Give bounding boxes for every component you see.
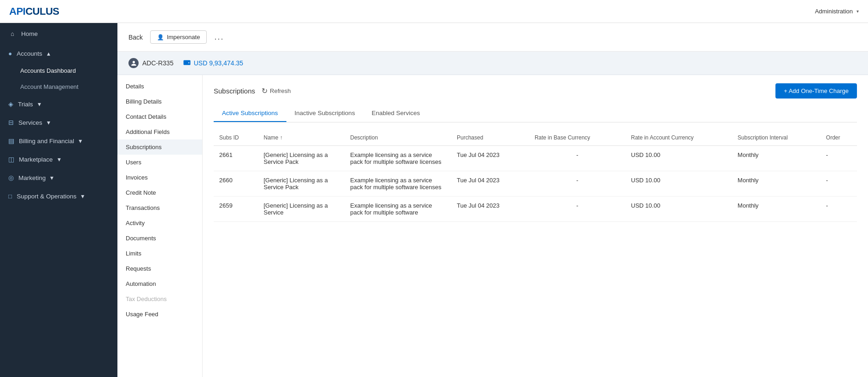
svg-rect-0	[183, 60, 190, 65]
cell-description: Example licensing as a service pack for …	[345, 146, 451, 171]
side-nav-billing-details[interactable]: Billing Details	[117, 94, 202, 109]
table-row[interactable]: 2661 [Generic] Licensing as a Service Pa…	[214, 146, 857, 171]
col-rate-account: Rate in Account Currency	[625, 130, 732, 146]
sidebar-accounts-label: Accounts	[17, 50, 42, 57]
col-purchased: Purchased	[451, 130, 529, 146]
marketing-chevron-icon: ▾	[50, 174, 53, 181]
services-chevron-icon: ▾	[47, 119, 50, 126]
side-nav: Details Billing Details Contact Details …	[117, 75, 203, 377]
person-icon: 👤	[157, 34, 164, 41]
col-name[interactable]: Name ↑	[258, 130, 344, 146]
sidebar-item-marketing[interactable]: ◎ Marketing ▾	[0, 168, 117, 187]
sidebar-item-account-management[interactable]: Account Management	[0, 79, 117, 95]
subscriptions-header: Subscriptions ↻ Refresh + Add One-Time C…	[214, 83, 857, 99]
sidebar-item-trials[interactable]: ◈ Trials ▾	[0, 95, 117, 113]
side-nav-subscriptions[interactable]: Subscriptions	[117, 139, 202, 155]
marketing-icon: ◎	[8, 174, 14, 181]
sidebar: ⌂ Home ● Accounts ▴ Accounts Dashboard A…	[0, 23, 117, 377]
refresh-label: Refresh	[270, 87, 291, 94]
cell-subs-id: 2660	[214, 171, 258, 197]
cell-rate-account: USD 10.00	[625, 146, 732, 171]
billing-chevron-icon: ▾	[79, 137, 82, 145]
inner-layout: Details Billing Details Contact Details …	[117, 75, 868, 377]
sidebar-item-marketplace[interactable]: ◫ Marketplace ▾	[0, 150, 117, 168]
sidebar-billing-label: Billing and Financial	[19, 138, 74, 145]
admin-menu[interactable]: Administration ▾	[815, 8, 859, 15]
side-nav-transactions[interactable]: Transactions	[117, 200, 202, 215]
support-chevron-icon: ▾	[81, 192, 84, 200]
sidebar-item-home[interactable]: ⌂ Home	[0, 23, 117, 44]
logo-text: APICULUS	[9, 6, 59, 17]
tab-inactive-subscriptions[interactable]: Inactive Subscriptions	[286, 105, 363, 122]
cell-description: Example licensing as a service pack for …	[345, 197, 451, 222]
cell-purchased: Tue Jul 04 2023	[451, 171, 529, 197]
balance-text: USD 9,93,474.35	[194, 59, 243, 67]
more-button[interactable]: ...	[214, 32, 224, 42]
side-nav-credit-note[interactable]: Credit Note	[117, 185, 202, 200]
sidebar-services-label: Services	[18, 119, 42, 126]
side-nav-invoices[interactable]: Invoices	[117, 170, 202, 185]
col-rate-base: Rate in Base Currency	[529, 130, 625, 146]
table-row[interactable]: 2659 [Generic] Licensing as a Service Ex…	[214, 197, 857, 222]
sidebar-item-billing[interactable]: ▤ Billing and Financial ▾	[0, 132, 117, 150]
refresh-button[interactable]: ↻ Refresh	[262, 87, 291, 95]
accounts-icon: ●	[8, 50, 12, 57]
col-subs-id: Subs ID	[214, 130, 258, 146]
marketplace-chevron-icon: ▾	[58, 156, 61, 163]
side-nav-activity[interactable]: Activity	[117, 215, 202, 231]
cell-subs-id: 2661	[214, 146, 258, 171]
cell-interval: Monthly	[732, 197, 821, 222]
add-one-time-charge-button[interactable]: + Add One-Time Charge	[775, 83, 857, 99]
side-nav-limits[interactable]: Limits	[117, 246, 202, 261]
back-button[interactable]: Back	[128, 34, 143, 41]
account-id-section: ADC-R335	[128, 58, 174, 68]
impersonate-button[interactable]: 👤 Impersonate	[150, 30, 207, 44]
add-charge-label: + Add One-Time Charge	[784, 87, 849, 94]
cell-description: Example licensing as a service pack for …	[345, 171, 451, 197]
side-nav-additional-fields[interactable]: Additional Fields	[117, 124, 202, 139]
cell-subs-id: 2659	[214, 197, 258, 222]
subs-title-area: Subscriptions ↻ Refresh	[214, 87, 291, 95]
support-icon: □	[8, 193, 12, 200]
cell-rate-base: -	[529, 171, 625, 197]
account-header: ADC-R335 USD 9,93,474.35	[117, 52, 868, 75]
side-nav-requests[interactable]: Requests	[117, 261, 202, 276]
cell-purchased: Tue Jul 04 2023	[451, 146, 529, 171]
side-nav-tax-deductions: Tax Deductions	[117, 291, 202, 307]
tab-enabled-services[interactable]: Enabled Services	[363, 105, 428, 122]
side-nav-details[interactable]: Details	[117, 79, 202, 94]
sidebar-home-label: Home	[21, 30, 109, 37]
subscriptions-title: Subscriptions	[214, 87, 255, 95]
sidebar-item-support[interactable]: □ Support & Operations ▾	[0, 187, 117, 205]
marketplace-icon: ◫	[8, 156, 14, 163]
cell-purchased: Tue Jul 04 2023	[451, 197, 529, 222]
side-nav-documents[interactable]: Documents	[117, 231, 202, 246]
sort-icon: ↑	[280, 134, 283, 141]
side-nav-users[interactable]: Users	[117, 155, 202, 170]
logo: APICULUS	[9, 6, 59, 17]
sidebar-item-accounts-dashboard[interactable]: Accounts Dashboard	[0, 63, 117, 79]
side-nav-automation[interactable]: Automation	[117, 276, 202, 291]
main-content: Subscriptions ↻ Refresh + Add One-Time C…	[203, 75, 868, 377]
topbar: APICULUS Administration ▾	[0, 0, 868, 23]
cell-rate-account: USD 10.00	[625, 197, 732, 222]
side-nav-usage-feed[interactable]: Usage Feed	[117, 307, 202, 322]
sidebar-marketing-label: Marketing	[18, 174, 46, 181]
cell-order: -	[821, 146, 857, 171]
tab-active-subscriptions[interactable]: Active Subscriptions	[214, 105, 286, 122]
col-order: Order	[821, 130, 857, 146]
col-description: Description	[345, 130, 451, 146]
cell-name: [Generic] Licensing as a Service Pack	[258, 146, 344, 171]
home-icon: ⌂	[8, 29, 17, 38]
sidebar-item-services[interactable]: ⊟ Services ▾	[0, 113, 117, 132]
refresh-icon: ↻	[262, 87, 268, 95]
sidebar-item-accounts[interactable]: ● Accounts ▴	[0, 44, 117, 63]
cell-rate-account: USD 10.00	[625, 171, 732, 197]
trials-chevron-icon: ▾	[38, 100, 41, 108]
sidebar-trials-label: Trials	[18, 101, 33, 108]
side-nav-contact-details[interactable]: Contact Details	[117, 109, 202, 124]
table-row[interactable]: 2660 [Generic] Licensing as a Service Pa…	[214, 171, 857, 197]
col-interval: Subscription Interval	[732, 130, 821, 146]
cell-order: -	[821, 197, 857, 222]
account-balance[interactable]: USD 9,93,474.35	[183, 58, 243, 68]
